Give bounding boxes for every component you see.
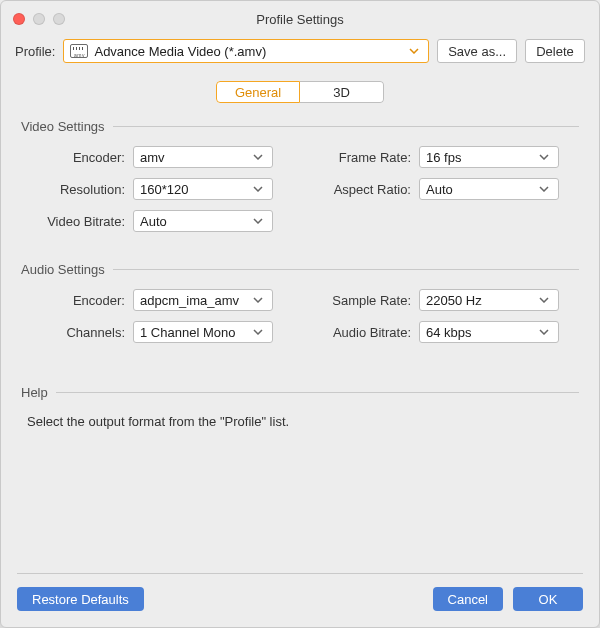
profile-settings-window: Profile Settings Profile: amv Advance Me… [0, 0, 600, 628]
chevron-down-icon [250, 297, 266, 303]
aspect-ratio-select[interactable]: Auto [419, 178, 559, 200]
chevron-down-icon [250, 154, 266, 160]
amv-file-icon: amv [70, 44, 88, 58]
profile-select[interactable]: amv Advance Media Video (*.amv) [63, 39, 429, 63]
channels-label: Channels: [27, 325, 133, 340]
audio-bitrate-select[interactable]: 64 kbps [419, 321, 559, 343]
chevron-down-icon [406, 48, 422, 54]
ok-button[interactable]: OK [513, 587, 583, 611]
chevron-down-icon [536, 186, 552, 192]
tab-general[interactable]: General [216, 81, 300, 103]
chevron-down-icon [536, 329, 552, 335]
profile-label: Profile: [15, 44, 55, 59]
tab-3d[interactable]: 3D [300, 81, 384, 103]
help-group: Help Select the output format from the "… [21, 385, 579, 429]
video-bitrate-label: Video Bitrate: [27, 214, 133, 229]
sample-rate-select[interactable]: 22050 Hz [419, 289, 559, 311]
chevron-down-icon [250, 329, 266, 335]
sample-rate-label: Sample Rate: [313, 293, 419, 308]
audio-fields: Encoder: adpcm_ima_amv Sample Rate: 2205… [27, 289, 579, 343]
restore-defaults-button[interactable]: Restore Defaults [17, 587, 144, 611]
video-encoder-select[interactable]: amv [133, 146, 273, 168]
audio-bitrate-label: Audio Bitrate: [313, 325, 419, 340]
footer: Restore Defaults Cancel OK [1, 573, 599, 627]
help-text: Select the output format from the "Profi… [27, 414, 579, 429]
audio-settings-title: Audio Settings [21, 262, 579, 277]
chevron-down-icon [536, 297, 552, 303]
video-bitrate-select[interactable]: Auto [133, 210, 273, 232]
audio-settings-group: Audio Settings Encoder: adpcm_ima_amv Sa… [21, 262, 579, 343]
chevron-down-icon [250, 218, 266, 224]
delete-button[interactable]: Delete [525, 39, 585, 63]
tabs: General 3D [1, 81, 599, 103]
video-settings-title: Video Settings [21, 119, 579, 134]
video-fields: Encoder: amv Frame Rate: 16 fps Resoluti… [27, 146, 579, 232]
audio-encoder-select[interactable]: adpcm_ima_amv [133, 289, 273, 311]
window-title: Profile Settings [1, 12, 599, 27]
chevron-down-icon [536, 154, 552, 160]
aspect-ratio-label: Aspect Ratio: [313, 182, 419, 197]
frame-rate-select[interactable]: 16 fps [419, 146, 559, 168]
resolution-label: Resolution: [27, 182, 133, 197]
profile-row: Profile: amv Advance Media Video (*.amv)… [1, 39, 599, 63]
close-icon[interactable] [13, 13, 25, 25]
video-settings-group: Video Settings Encoder: amv Frame Rate: … [21, 119, 579, 232]
video-encoder-label: Encoder: [27, 150, 133, 165]
window-controls [1, 13, 65, 25]
chevron-down-icon [250, 186, 266, 192]
save-as-button[interactable]: Save as... [437, 39, 517, 63]
audio-encoder-label: Encoder: [27, 293, 133, 308]
tab-segment: General 3D [216, 81, 384, 103]
zoom-icon [53, 13, 65, 25]
profile-select-value: Advance Media Video (*.amv) [94, 44, 400, 59]
help-title: Help [21, 385, 579, 400]
titlebar: Profile Settings [1, 1, 599, 37]
resolution-select[interactable]: 160*120 [133, 178, 273, 200]
cancel-button[interactable]: Cancel [433, 587, 503, 611]
minimize-icon [33, 13, 45, 25]
channels-select[interactable]: 1 Channel Mono [133, 321, 273, 343]
frame-rate-label: Frame Rate: [313, 150, 419, 165]
